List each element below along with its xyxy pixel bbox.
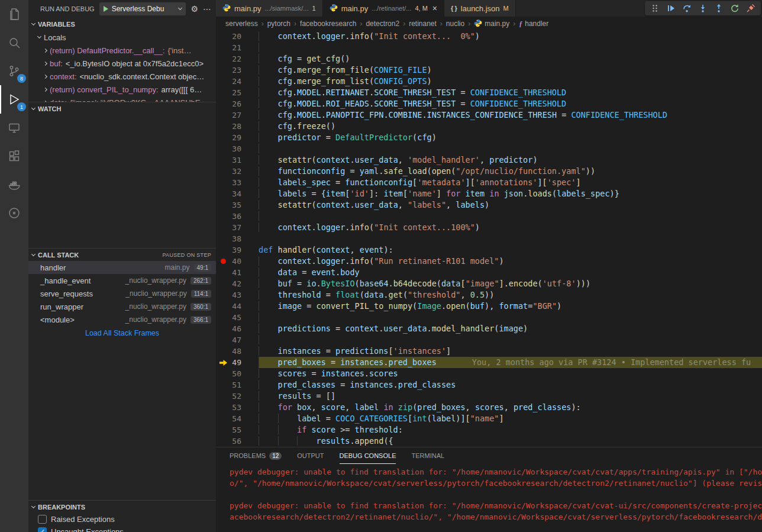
variables-scope-locals[interactable]: Locals bbox=[28, 31, 216, 44]
step-out-icon[interactable] bbox=[714, 4, 724, 13]
line-gutter[interactable]: 36 bbox=[216, 211, 259, 222]
breakpoint-item-raised-exceptions[interactable]: Raised Exceptions bbox=[28, 513, 216, 525]
step-into-icon[interactable] bbox=[698, 4, 708, 13]
code-content[interactable]: results.append({ bbox=[259, 436, 762, 447]
line-gutter[interactable]: 26 bbox=[216, 98, 259, 109]
code-line[interactable]: 44 image = convert_PIL_to_numpy(Image.op… bbox=[216, 301, 762, 312]
code-line[interactable]: 39def handler(context, event): bbox=[216, 244, 762, 256]
code-line[interactable]: 21 bbox=[216, 42, 762, 53]
code-content[interactable]: labels_spec = functionconfig['metadata']… bbox=[259, 177, 762, 188]
code-line[interactable]: 52 results = [] bbox=[216, 391, 762, 402]
code-line[interactable]: 33 labels_spec = functionconfig['metadat… bbox=[216, 177, 762, 188]
tab-debug-console[interactable]: DEBUG CONSOLE bbox=[340, 447, 396, 464]
code-content[interactable]: threshold = float(data.get("threshold", … bbox=[259, 289, 762, 301]
code-line[interactable]: 51 pred_classes = instances.pred_classes bbox=[216, 379, 762, 391]
code-line[interactable]: 32 functionconfig = yaml.safe_load(open(… bbox=[216, 166, 762, 177]
line-gutter[interactable]: 56 bbox=[216, 436, 259, 447]
code-line[interactable]: 28 cfg.freeze() bbox=[216, 121, 762, 132]
line-gutter[interactable]: 43 bbox=[216, 289, 259, 301]
search-icon[interactable] bbox=[0, 28, 28, 57]
code-line[interactable]: 31 setattr(context.user_data, 'model_han… bbox=[216, 154, 762, 166]
code-content[interactable]: cfg.MODEL.RETINANET.SCORE_THRESH_TEST = … bbox=[259, 87, 762, 98]
code-line[interactable]: 41 data = event.body bbox=[216, 267, 762, 278]
breadcrumb-item[interactable]: retinanet bbox=[409, 20, 437, 28]
call-stack-section-header[interactable]: CALL STACK PAUSED ON STEP bbox=[28, 248, 216, 261]
code-content[interactable]: predictor = DefaultPredictor(cfg) bbox=[259, 132, 762, 143]
stack-frame-row[interactable]: serve_requests_nuclio_wrapper.py114:1 bbox=[28, 287, 216, 300]
line-gutter[interactable]: 51 bbox=[216, 379, 259, 391]
line-gutter[interactable]: 45 bbox=[216, 312, 259, 323]
checkbox-unchecked-icon[interactable] bbox=[38, 515, 47, 524]
code-line[interactable]: 37 context.logger.info("Init context...1… bbox=[216, 222, 762, 233]
tab-main-py-siammask[interactable]: main.py .../siammask/... 1 bbox=[216, 0, 323, 17]
line-gutter[interactable]: 34 bbox=[216, 188, 259, 199]
continue-icon[interactable] bbox=[666, 4, 676, 13]
breadcrumb-item[interactable]: pytorch bbox=[267, 20, 290, 28]
code-content[interactable]: for box, score, label in zip(pred_boxes,… bbox=[259, 402, 762, 413]
code-content[interactable] bbox=[259, 233, 762, 244]
code-line[interactable]: 20 context.logger.info("Init context... … bbox=[216, 31, 762, 42]
variable-row[interactable]: (return) DefaultPredictor.__call__:{'ins… bbox=[28, 44, 216, 57]
code-line[interactable]: 24 cfg.merge_from_list(CONFIG_OPTS) bbox=[216, 76, 762, 87]
code-line[interactable]: 27 cfg.MODEL.PANOPTIC_FPN.COMBINE.INSTAN… bbox=[216, 109, 762, 121]
line-gutter[interactable]: 30 bbox=[216, 143, 259, 154]
line-gutter[interactable]: 24 bbox=[216, 76, 259, 87]
tab-problems[interactable]: PROBLEMS 12 bbox=[230, 447, 282, 464]
variable-row[interactable]: buf:<_io.BytesIO object at 0x7f5a2dc1ecc… bbox=[28, 57, 216, 70]
code-line[interactable]: 54 label = COCO_CATEGORIES[int(label)]["… bbox=[216, 413, 762, 424]
toolbar-grip-icon[interactable] bbox=[650, 4, 660, 13]
tab-output[interactable]: OUTPUT bbox=[297, 447, 324, 464]
line-gutter[interactable]: 22 bbox=[216, 53, 259, 65]
line-gutter[interactable]: 44 bbox=[216, 301, 259, 312]
tab-main-py-retinanet[interactable]: main.py .../retinanet/... 4, M × bbox=[323, 0, 444, 17]
code-line[interactable]: 53 for box, score, label in zip(pred_box… bbox=[216, 402, 762, 413]
code-content[interactable] bbox=[259, 211, 762, 222]
code-content[interactable]: if score >= threshold: bbox=[259, 424, 762, 436]
code-line[interactable]: 46 predictions = context.user_data.model… bbox=[216, 323, 762, 334]
code-line[interactable]: 56 results.append({ bbox=[216, 436, 762, 447]
variable-row[interactable]: context:<nuclio_sdk.context.Context obje… bbox=[28, 70, 216, 83]
code-content[interactable]: context.logger.info("Init context... 0%"… bbox=[259, 31, 762, 42]
line-gutter[interactable]: 21 bbox=[216, 42, 259, 53]
code-content[interactable]: def handler(context, event): bbox=[259, 244, 762, 256]
code-content[interactable]: functionconfig = yaml.safe_load(open("/o… bbox=[259, 166, 762, 177]
breadcrumb-item[interactable]: ƒhandler bbox=[519, 20, 548, 28]
line-gutter[interactable]: 50 bbox=[216, 368, 259, 379]
code-line[interactable]: 40 context.logger.info("Run retinanet-R1… bbox=[216, 256, 762, 267]
tab-terminal[interactable]: TERMINAL bbox=[411, 447, 444, 464]
code-line[interactable]: 47 bbox=[216, 334, 762, 346]
code-content[interactable]: context.logger.info("Init context...100%… bbox=[259, 222, 762, 233]
tab-launch-json[interactable]: { } launch.json M bbox=[444, 0, 516, 17]
breadcrumb-item[interactable]: facebookresearch bbox=[300, 20, 356, 28]
code-line[interactable]: 26 cfg.MODEL.ROI_HEADS.SCORE_THRESH_TEST… bbox=[216, 98, 762, 109]
code-content[interactable]: instances = predictions['instances'] bbox=[259, 346, 762, 357]
code-content[interactable] bbox=[259, 143, 762, 154]
code-content[interactable]: cfg.MODEL.PANOPTIC_FPN.COMBINE.INSTANCES… bbox=[259, 109, 762, 121]
stack-frame-row[interactable]: handlermain.py49:1 bbox=[28, 261, 216, 274]
line-gutter[interactable]: 23 bbox=[216, 65, 259, 76]
code-content[interactable]: setattr(context.user_data, "labels", lab… bbox=[259, 199, 762, 211]
line-gutter[interactable]: 55 bbox=[216, 424, 259, 436]
code-content[interactable]: labels = {item['id']: item['name'] for i… bbox=[259, 188, 762, 199]
line-gutter[interactable]: 20 bbox=[216, 31, 259, 42]
breadcrumb-item[interactable]: detectron2 bbox=[366, 20, 399, 28]
line-gutter[interactable]: 27 bbox=[216, 109, 259, 121]
breakpoint-item-uncaught-exceptions[interactable]: ✓ Uncaught Exceptions bbox=[28, 525, 216, 532]
code-content[interactable]: label = COCO_CATEGORIES[int(label)]["nam… bbox=[259, 413, 762, 424]
code-line[interactable]: 29 predictor = DefaultPredictor(cfg) bbox=[216, 132, 762, 143]
variables-section-header[interactable]: VARIABLES bbox=[28, 18, 216, 31]
load-all-stack-frames-link[interactable]: Load All Stack Frames bbox=[28, 326, 216, 340]
start-debug-icon[interactable] bbox=[104, 6, 108, 12]
line-gutter[interactable]: 41 bbox=[216, 267, 259, 278]
stack-frame-row[interactable]: run_wrapper_nuclio_wrapper.py360:1 bbox=[28, 300, 216, 313]
checkbox-checked-icon[interactable]: ✓ bbox=[38, 527, 47, 532]
code-content[interactable]: buf = io.BytesIO(base64.b64decode(data["… bbox=[259, 278, 762, 289]
code-line[interactable]: 30 bbox=[216, 143, 762, 154]
code-content[interactable]: setattr(context.user_data, 'model_handle… bbox=[259, 154, 762, 166]
code-line[interactable]: 55 if score >= threshold: bbox=[216, 424, 762, 436]
debug-config-dropdown[interactable]: Serverless Debu bbox=[99, 2, 186, 15]
circle-extension-icon[interactable] bbox=[0, 199, 28, 227]
restart-icon[interactable] bbox=[730, 4, 740, 13]
code-line[interactable]: 34 labels = {item['id']: item['name'] fo… bbox=[216, 188, 762, 199]
code-content[interactable]: cfg.freeze() bbox=[259, 121, 762, 132]
